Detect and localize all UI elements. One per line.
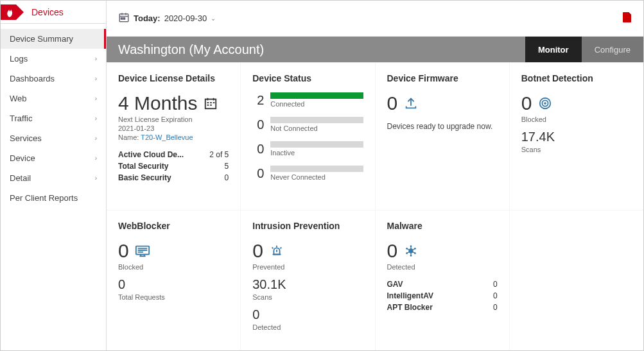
chevron-right-icon: ›	[95, 155, 97, 162]
nav-dashboards[interactable]: Dashboards›	[1, 69, 106, 89]
chevron-down-icon: ⌄	[211, 15, 216, 22]
malware-row: IntelligentAV0	[387, 291, 498, 300]
botnet-blocked-value: 0	[521, 92, 532, 114]
date-value: 2020-09-30	[164, 13, 207, 23]
siren-icon	[270, 244, 284, 258]
nav: Device Summary Logs› Dashboards› Web› Tr…	[1, 24, 106, 208]
svg-rect-11	[210, 102, 212, 103]
card-device-status: Device Status 2 Connected 0 Not Connecte…	[241, 63, 374, 210]
brand-label: Devices	[31, 7, 64, 17]
firmware-sub: Devices ready to upgrade now.	[387, 122, 498, 131]
malware-row: APT Blocker0	[387, 303, 498, 312]
chevron-right-icon: ›	[95, 95, 97, 102]
svg-rect-14	[210, 105, 212, 106]
nav-device-summary[interactable]: Device Summary	[1, 29, 106, 49]
nav-traffic[interactable]: Traffic›	[1, 108, 106, 128]
titlebar: Washington (My Account) Monitor Configur…	[107, 37, 643, 62]
ips-detected-value: 0	[252, 307, 363, 322]
license-exp-date: 2021-01-23	[118, 124, 229, 132]
malware-detected-value: 0	[387, 240, 398, 262]
botnet-scans-label: Scans	[521, 146, 632, 153]
webblocker-blocked-value: 0	[118, 240, 129, 262]
nav-detail[interactable]: Detail›	[1, 168, 106, 188]
chevron-right-icon: ›	[95, 55, 97, 62]
card-grid: Device License Details 4 Months Next Lic…	[107, 62, 643, 350]
svg-point-17	[544, 103, 546, 104]
upload-icon	[404, 96, 418, 110]
license-name-label: Name:	[118, 133, 139, 141]
webblocker-requests-value: 0	[118, 277, 229, 292]
card-title: Malware	[387, 221, 498, 231]
license-row: Active Cloud De...2 of 5	[118, 150, 229, 159]
card-license: Device License Details 4 Months Next Lic…	[107, 63, 240, 210]
chevron-right-icon: ›	[95, 115, 97, 122]
license-name-link[interactable]: T20-W_Bellevue	[141, 133, 193, 141]
card-webblocker: WebBlocker 0 Blocked 0 Total Requests	[107, 210, 240, 351]
page-title: Washington (My Account)	[118, 42, 264, 57]
chevron-right-icon: ›	[95, 75, 97, 82]
tab-configure[interactable]: Configure	[582, 37, 643, 62]
card-title: Device Firmware	[387, 73, 498, 83]
card-empty	[510, 210, 643, 351]
card-malware: Malware 0 Detected GAV0 IntelligentAV0 A…	[376, 210, 509, 351]
brand-tab[interactable]: Devices	[1, 1, 106, 24]
webblocker-requests-label: Total Requests	[118, 293, 229, 301]
calendar-grid-icon	[204, 96, 218, 110]
tabs: Monitor Configure	[525, 37, 643, 62]
svg-rect-13	[207, 105, 209, 106]
ips-prevented-label: Prevented	[252, 263, 363, 271]
card-firmware: Device Firmware 0 Devices ready to upgra…	[376, 63, 509, 210]
tab-monitor[interactable]: Monitor	[525, 37, 582, 62]
virus-icon	[404, 244, 418, 258]
calendar-icon	[118, 12, 130, 25]
card-botnet: Botnet Detection 0 Blocked 17.4K Scans	[510, 63, 643, 210]
status-row-connected: 2 Connected	[252, 92, 363, 108]
webblocker-blocked-label: Blocked	[118, 263, 229, 271]
ips-detected-label: Detected	[252, 323, 363, 331]
card-title: Intrusion Prevention	[252, 221, 363, 231]
status-row-inactive: 0 Inactive	[252, 141, 363, 157]
flame-icon	[1, 1, 26, 24]
card-title: Device License Details	[118, 73, 229, 83]
date-picker[interactable]: Today: 2020-09-30 ⌄	[118, 12, 216, 25]
botnet-blocked-label: Blocked	[521, 116, 632, 123]
svg-rect-12	[213, 102, 215, 103]
svg-rect-7	[205, 99, 216, 109]
card-title: Device Status	[252, 73, 363, 83]
card-title: WebBlocker	[118, 221, 229, 231]
nav-logs[interactable]: Logs›	[1, 49, 106, 69]
license-row: Total Security5	[118, 162, 229, 171]
status-row-not-connected: 0 Not Connected	[252, 117, 363, 132]
nav-per-client-reports[interactable]: Per Client Reports	[1, 188, 106, 208]
svg-rect-6	[123, 18, 125, 19]
firmware-value: 0	[387, 92, 398, 114]
main: Today: 2020-09-30 ⌄ Washington (My Accou…	[107, 1, 643, 350]
license-duration: 4 Months	[118, 92, 197, 114]
malware-row: GAV0	[387, 280, 498, 289]
license-row: Basic Security0	[118, 173, 229, 182]
status-row-never-connected: 0 Never Connected	[252, 166, 363, 181]
ips-prevented-value: 0	[252, 240, 263, 262]
malware-detected-label: Detected	[387, 263, 498, 271]
ips-scans-value: 30.1K	[252, 277, 363, 292]
sidebar: Devices Device Summary Logs› Dashboards›…	[1, 1, 107, 350]
svg-line-28	[280, 247, 281, 248]
nav-device[interactable]: Device›	[1, 148, 106, 168]
card-title: Botnet Detection	[521, 73, 632, 83]
chevron-right-icon: ›	[95, 175, 97, 182]
license-exp-label: Next License Expiration	[118, 116, 229, 123]
svg-rect-5	[121, 18, 123, 19]
target-icon	[538, 96, 552, 110]
nav-services[interactable]: Services›	[1, 128, 106, 148]
svg-line-27	[272, 247, 273, 248]
pdf-export-icon[interactable]	[623, 12, 632, 24]
monitor-icon	[135, 244, 150, 257]
card-ips: Intrusion Prevention 0 Prevented 30.1K S…	[241, 210, 374, 351]
chevron-right-icon: ›	[95, 135, 97, 142]
nav-web[interactable]: Web›	[1, 89, 106, 108]
botnet-scans-value: 17.4K	[521, 130, 632, 144]
ips-scans-label: Scans	[252, 293, 363, 301]
date-label: Today:	[134, 13, 161, 23]
topbar: Today: 2020-09-30 ⌄	[107, 1, 643, 37]
svg-rect-10	[207, 102, 209, 103]
